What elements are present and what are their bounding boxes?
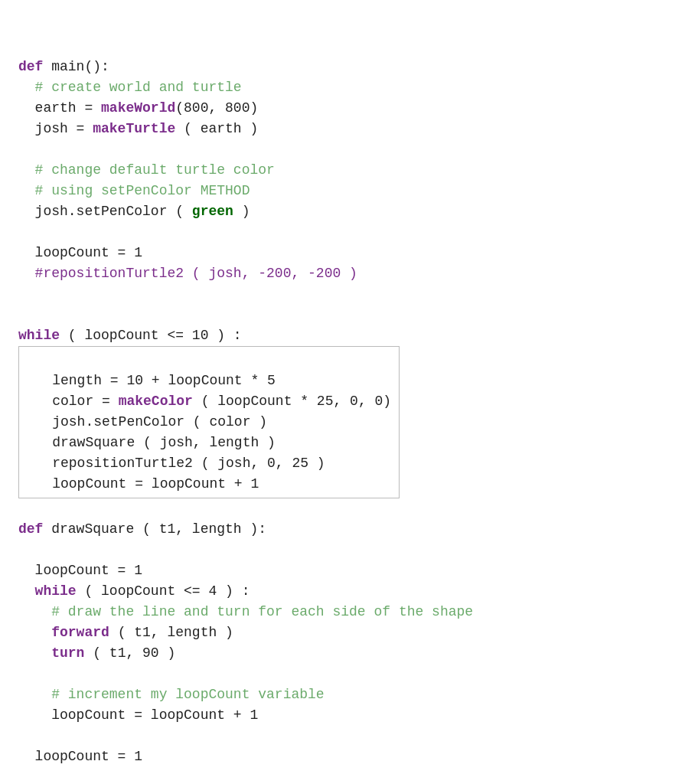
- reposition-turtle-call: repositionTurtle2 ( josh, 0, 25 ): [19, 456, 325, 471]
- def-keyword: def: [18, 59, 43, 74]
- comment-change-color: # change default turtle color: [18, 162, 275, 178]
- commented-reposition: #repositionTurtle2 ( josh, -200, -200 ): [18, 266, 357, 281]
- comment-draw-line-turn: # draw the line and turn for each side o…: [18, 604, 473, 619]
- comment-create-world: # create world and turtle: [18, 80, 242, 95]
- main-signature: main():: [43, 59, 109, 74]
- color-make: color = makeColor ( loopCount * 25, 0, 0…: [19, 394, 391, 409]
- turn-call: turn ( t1, 90 ): [18, 645, 175, 661]
- code-editor: def main(): # create world and turtle ea…: [18, 15, 677, 784]
- while-loop-box: length = 10 + loopCount * 5 color = make…: [18, 346, 400, 498]
- inner-while-statement: while ( loopCount <= 4 ) :: [18, 583, 250, 599]
- final-loop-count: loopCount = 1: [18, 749, 142, 764]
- set-pen-color-call: josh.setPenColor ( green ): [18, 204, 250, 219]
- def-draw-square: def drawSquare ( t1, length ):: [18, 521, 266, 537]
- draw-square-call: drawSquare ( josh, length ): [19, 435, 276, 450]
- loop-count-increment: loopCount = loopCount + 1: [19, 476, 259, 492]
- inner-loop-count-init: loopCount = 1: [18, 563, 142, 578]
- while-statement: while ( loopCount <= 10 ) :: [18, 328, 242, 343]
- comment-using-setpencolor: # using setPenColor METHOD: [18, 183, 250, 198]
- comment-increment: # increment my loopCount variable: [18, 687, 325, 702]
- forward-call: forward ( t1, length ): [18, 625, 233, 640]
- set-pen-color-loop: josh.setPenColor ( color ): [19, 414, 267, 430]
- inner-loop-increment: loopCount = loopCount + 1: [18, 707, 258, 723]
- earth-assignment: earth = makeWorld(800, 800): [18, 100, 258, 116]
- length-calc: length = 10 + loopCount * 5: [19, 373, 276, 388]
- josh-assignment: josh = makeTurtle ( earth ): [18, 121, 258, 136]
- loop-count-init: loopCount = 1: [18, 245, 142, 260]
